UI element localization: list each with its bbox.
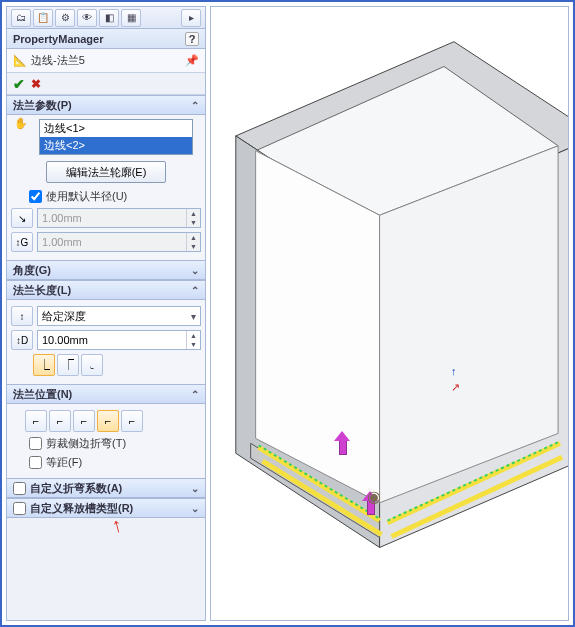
panel-tab-bar: 🗂 📋 ⚙ 👁 ◧ ▦ ▸ — [7, 7, 205, 29]
bend-radius-input: ▲▼ — [37, 208, 201, 228]
help-button[interactable]: ? — [185, 32, 199, 46]
section-flange-position[interactable]: 法兰位置(N) ⌃ — [7, 384, 205, 404]
origin-x-axis: ↗ — [451, 381, 460, 394]
tab-config[interactable]: ⚙ — [55, 9, 75, 27]
end-condition-select[interactable]: 给定深度 ▾ — [37, 306, 201, 326]
flange-length-input[interactable]: ▲▼ — [37, 330, 201, 350]
edit-flange-profile-button[interactable]: 编辑法兰轮廓(E) — [46, 161, 166, 183]
drag-handle-sphere[interactable]: ◉ — [367, 487, 381, 506]
spin-down[interactable]: ▼ — [187, 340, 200, 349]
gap-distance-icon: ↕G — [11, 232, 33, 252]
gap-distance-input: ▲▼ — [37, 232, 201, 252]
confirm-row: ✔ ✖ — [7, 73, 205, 95]
graphics-viewport[interactable]: ↑ ↗ ◉ — [210, 6, 569, 621]
pos-bend-tangent[interactable]: ⌐ — [121, 410, 143, 432]
chevron-down-icon: ⌄ — [191, 503, 199, 514]
length-ref-outer-virtual[interactable]: ⎿ — [33, 354, 55, 376]
tab-extra-1[interactable]: ◧ — [99, 9, 119, 27]
length-ref-inner-virtual[interactable]: ⎾ — [57, 354, 79, 376]
offset-checkbox[interactable]: 等距(F) — [11, 453, 201, 472]
use-default-radius-checkbox[interactable]: 使用默认半径(U) — [11, 187, 201, 206]
flange-direction-handle-1[interactable] — [331, 435, 353, 457]
section-angle[interactable]: 角度(G) ⌄ — [7, 260, 205, 280]
pos-bend-virtual-sharp[interactable]: ⌐ — [97, 410, 119, 432]
chevron-down-icon: ⌄ — [191, 483, 199, 494]
length-ref-tangent[interactable]: ⦦ — [81, 354, 103, 376]
pin-icon[interactable]: 📌 — [185, 54, 199, 67]
ok-button[interactable]: ✔ — [13, 76, 25, 92]
chevron-up-icon: ⌃ — [191, 389, 199, 400]
tab-feature-tree[interactable]: 🗂 — [11, 9, 31, 27]
tab-display[interactable]: 👁 — [77, 9, 97, 27]
section-custom-relief-type[interactable]: 自定义释放槽类型(R) ⌄ — [7, 498, 205, 518]
pos-material-outside[interactable]: ⌐ — [49, 410, 71, 432]
selection-icon: ✋ — [9, 117, 33, 130]
tab-extra-2[interactable]: ▦ — [121, 9, 141, 27]
chevron-up-icon: ⌃ — [191, 285, 199, 296]
chevron-up-icon: ⌃ — [191, 100, 199, 111]
end-condition-icon: ↕ — [11, 306, 33, 326]
edge-flange-icon: 📐 — [13, 54, 27, 67]
section-flange-params[interactable]: 法兰参数(P) ⌃ — [7, 95, 205, 115]
model-render — [211, 7, 568, 617]
feature-name: 边线-法兰5 — [31, 53, 85, 68]
cancel-button[interactable]: ✖ — [31, 77, 41, 91]
dropdown-icon: ▾ — [191, 311, 196, 322]
feature-title-row: 📐 边线-法兰5 📌 — [7, 49, 205, 73]
edge-item-2[interactable]: 边线<2> — [40, 137, 192, 154]
pos-material-inside[interactable]: ⌐ — [25, 410, 47, 432]
spin-up[interactable]: ▲ — [187, 331, 200, 340]
property-manager-title: PropertyManager — [13, 33, 103, 45]
edge-item-1[interactable]: 边线<1> — [40, 120, 192, 137]
edge-selection-list[interactable]: 边线<1> 边线<2> — [39, 119, 193, 155]
trim-side-bends-checkbox[interactable]: 剪裁侧边折弯(T) — [11, 434, 201, 453]
tab-property-manager[interactable]: 📋 — [33, 9, 53, 27]
origin-y-axis: ↑ — [451, 365, 457, 377]
section-flange-length[interactable]: 法兰长度(L) ⌃ — [7, 280, 205, 300]
bend-radius-icon: ↘ — [11, 208, 33, 228]
pos-bend-outside[interactable]: ⌐ — [73, 410, 95, 432]
chevron-down-icon: ⌄ — [191, 265, 199, 276]
tab-overflow[interactable]: ▸ — [181, 9, 201, 27]
property-manager-header: PropertyManager ? — [7, 29, 205, 49]
length-dim-icon: ↕D — [11, 330, 33, 350]
section-custom-bend-allowance[interactable]: 自定义折弯系数(A) ⌄ — [7, 478, 205, 498]
